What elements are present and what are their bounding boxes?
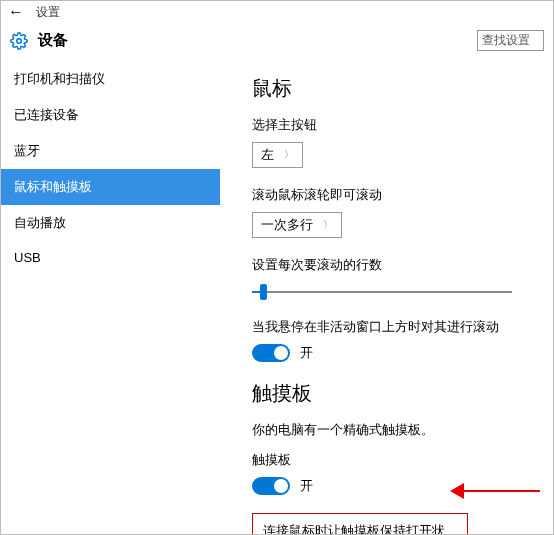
- chevron-down-icon: 〉: [284, 148, 294, 162]
- chevron-down-icon: 〉: [323, 218, 333, 232]
- content-pane: 鼠标 选择主按钮 左 〉 滚动鼠标滚轮即可滚动 一次多行 〉 设置每次要滚动的行…: [220, 61, 554, 535]
- titlebar: ← 设置: [0, 0, 554, 24]
- touchpad-state: 开: [300, 477, 313, 495]
- sidebar-item-connected-devices[interactable]: 已连接设备: [0, 97, 220, 133]
- inactive-scroll-toggle[interactable]: [252, 344, 290, 362]
- inactive-scroll-state: 开: [300, 344, 313, 362]
- search-input[interactable]: 查找设置: [477, 30, 544, 51]
- inactive-scroll-label: 当我悬停在非活动窗口上方时对其进行滚动: [252, 318, 554, 336]
- sidebar-item-printers[interactable]: 打印机和扫描仪: [0, 61, 220, 97]
- keep-touchpad-on-label: 连接鼠标时让触摸板保持打开状态: [263, 522, 457, 535]
- wheel-scroll-label: 滚动鼠标滚轮即可滚动: [252, 186, 554, 204]
- primary-button-label: 选择主按钮: [252, 116, 554, 134]
- header: 设备 查找设置: [0, 24, 554, 61]
- annotation-arrow: [450, 483, 540, 499]
- slider-thumb[interactable]: [260, 284, 267, 300]
- sidebar-item-usb[interactable]: USB: [0, 241, 220, 274]
- page-title: 设备: [38, 31, 68, 50]
- titlebar-text: 设置: [36, 4, 60, 21]
- svg-point-0: [17, 38, 22, 43]
- sidebar-item-autoplay[interactable]: 自动播放: [0, 205, 220, 241]
- sidebar-item-bluetooth[interactable]: 蓝牙: [0, 133, 220, 169]
- touchpad-section-title: 触摸板: [252, 380, 554, 407]
- sidebar-item-mouse-touchpad[interactable]: 鼠标和触摸板: [0, 169, 220, 205]
- primary-button-value: 左: [261, 146, 274, 164]
- wheel-scroll-select[interactable]: 一次多行 〉: [252, 212, 342, 238]
- lines-per-scroll-slider[interactable]: [252, 282, 512, 302]
- touchpad-label: 触摸板: [252, 451, 554, 469]
- sidebar: 打印机和扫描仪 已连接设备 蓝牙 鼠标和触摸板 自动播放 USB: [0, 61, 220, 535]
- touchpad-toggle[interactable]: [252, 477, 290, 495]
- mouse-section-title: 鼠标: [252, 75, 554, 102]
- highlighted-setting: 连接鼠标时让触摸板保持打开状态 开: [252, 513, 468, 535]
- touchpad-description: 你的电脑有一个精确式触摸板。: [252, 421, 554, 439]
- primary-button-select[interactable]: 左 〉: [252, 142, 303, 168]
- back-button[interactable]: ←: [8, 3, 24, 21]
- wheel-scroll-value: 一次多行: [261, 216, 313, 234]
- gear-icon: [10, 32, 28, 50]
- lines-per-scroll-label: 设置每次要滚动的行数: [252, 256, 554, 274]
